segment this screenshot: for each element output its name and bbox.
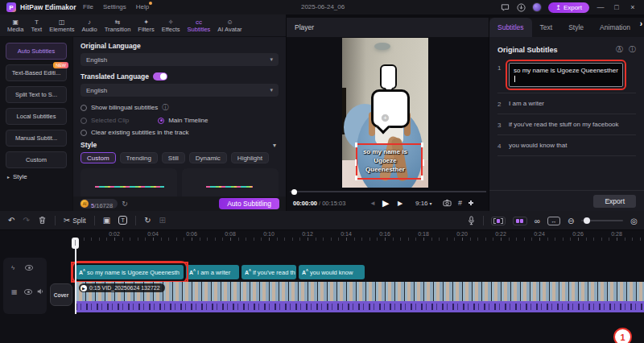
audio-waveform[interactable] — [76, 301, 644, 312]
subtitle-text-field[interactable]: so my name is Ugoeze Queenesther — [509, 63, 623, 87]
ribbon-tab[interactable]: ✦ Filters — [138, 19, 154, 33]
subtitle-row[interactable]: 2 I am a writer — [489, 96, 644, 111]
replace-icon[interactable]: ↻ — [144, 216, 151, 225]
translated-language-toggle[interactable] — [153, 72, 167, 81]
split-button[interactable]: ✂ Split — [64, 216, 86, 225]
sidebar-item[interactable]: Split Text to S... — [6, 86, 67, 103]
subtitle-text-field[interactable]: you would know that — [509, 141, 572, 150]
right-panel-tab[interactable]: Text — [532, 18, 561, 37]
timeline-zoom-slider[interactable] — [581, 220, 623, 221]
minimize-icon[interactable]: — — [596, 3, 605, 11]
export-subtitles-button[interactable]: Export — [593, 195, 636, 208]
tabs-overflow-chevron-icon[interactable]: › — [640, 19, 642, 28]
snap-icon[interactable] — [513, 217, 527, 225]
feedback-icon[interactable] — [500, 2, 510, 12]
video-track-icon[interactable]: ▦ — [11, 288, 18, 295]
video-clip[interactable]: ▶ 0:15 VID_20250624 132722 — [76, 282, 644, 301]
style-tab[interactable]: Trending — [120, 152, 158, 163]
refresh-icon[interactable]: ↻ — [122, 200, 128, 208]
bilingual-checkbox[interactable] — [80, 105, 87, 111]
auto-subtitling-button[interactable]: Auto Subtitling — [219, 198, 279, 209]
ribbon-tab[interactable]: ☺ AI Avatar — [217, 19, 242, 33]
subtitle-clip[interactable]: A you would know — [299, 265, 365, 279]
menu-item[interactable]: File — [83, 3, 93, 10]
voiceover-mic-icon[interactable] — [467, 216, 476, 225]
player-progress-bar[interactable] — [290, 191, 486, 192]
main-timeline-radio[interactable] — [158, 118, 164, 124]
progress-handle[interactable] — [291, 189, 297, 195]
menu-item[interactable]: Help — [136, 3, 149, 10]
ribbon-tab[interactable]: T Text — [31, 19, 42, 33]
style-tab[interactable]: Dynamic — [189, 152, 227, 163]
move-handle-icon[interactable]: + — [381, 114, 390, 122]
info-icon[interactable]: ⓘ — [162, 103, 168, 112]
sidebar-item[interactable]: Manual Subtit... — [6, 130, 67, 147]
grid-icon[interactable]: # — [458, 199, 462, 207]
ripple-edit-icon[interactable] — [491, 217, 506, 225]
player-controls: 00:00:00 / 00:15:03 ◄ ▶ ▶ 9:16▾ # — [287, 196, 489, 210]
link-clips-icon[interactable]: ∞ — [535, 217, 540, 225]
subtitle-text-field[interactable]: I am a writer — [509, 99, 549, 108]
video-preview[interactable]: + so my name is Ugoeze Queenesther — [342, 38, 428, 188]
timeline-ruler[interactable]: 0:02 0:04 0:06 0:08 0:10 0:12 0:14 0:16 … — [0, 230, 644, 242]
menu-item[interactable]: Settings — [103, 3, 126, 10]
subtitle-row[interactable]: 4 you would know that — [489, 138, 644, 153]
subtitle-text-field[interactable]: if you've read the stuff on my facebook — [509, 120, 624, 129]
right-panel-tab[interactable]: Style — [560, 18, 592, 37]
redo-icon[interactable]: ↷ — [23, 216, 29, 225]
clear-subtitles-checkbox[interactable] — [80, 130, 87, 136]
right-panel-tab[interactable]: Animation — [592, 18, 638, 37]
auto-translate-icon[interactable]: Ⓐ — [616, 44, 623, 55]
ribbon-tab[interactable]: cc Subtitles — [188, 19, 211, 33]
style-tab[interactable]: Custom — [80, 152, 116, 163]
zoom-fit-icon[interactable]: ◎ — [630, 217, 638, 225]
sidebar-item[interactable]: Text-Based Editi... NEW — [6, 64, 67, 81]
export-button[interactable]: ↥ Export — [548, 2, 589, 13]
close-icon[interactable]: × — [628, 3, 638, 11]
subtitle-clip[interactable]: A I am a writer — [186, 265, 239, 279]
subtitle-row[interactable]: 1 so my name is Ugoeze Queenesther — [489, 60, 644, 90]
video-track-visibility-icon[interactable] — [24, 289, 32, 295]
sidebar-item[interactable]: Auto Subtitles — [6, 43, 67, 60]
ruler-ticks — [76, 238, 644, 241]
previous-frame-icon[interactable]: ◄ — [369, 200, 376, 207]
ribbon-tab[interactable]: ✧ Effects — [162, 19, 180, 33]
download-icon[interactable] — [516, 2, 526, 12]
subtitle-row[interactable]: 3 if you've read the stuff on my faceboo… — [489, 117, 644, 132]
undo-icon[interactable]: ↶ — [8, 216, 14, 225]
original-language-select[interactable]: English ▾ — [80, 53, 279, 66]
selected-clip-radio[interactable] — [80, 118, 87, 124]
style-tab[interactable]: Highlight — [231, 152, 269, 163]
mask-icon[interactable]: ▣ — [103, 216, 110, 225]
ruler-timestamp: 0:06 — [186, 231, 197, 237]
style-tab[interactable]: Still — [162, 152, 185, 163]
right-panel-tab[interactable]: Subtitles — [489, 18, 532, 37]
snapshot-icon[interactable] — [443, 199, 452, 207]
zoom-slider-handle[interactable] — [584, 217, 590, 224]
ribbon-tab[interactable]: ♪ Audio — [81, 19, 97, 33]
subtitle-clip[interactable]: A if you've read th — [242, 265, 296, 279]
mute-track-icon[interactable] — [36, 287, 44, 295]
user-avatar[interactable] — [532, 2, 542, 12]
sidebar-item-style[interactable]: ▸ Style — [6, 173, 67, 180]
delete-icon[interactable] — [38, 216, 47, 225]
ruler-timestamp: 0:08 — [225, 231, 236, 237]
ribbon-tab[interactable]: ▣ Media — [7, 19, 23, 33]
maximize-icon[interactable]: □ — [612, 3, 621, 11]
next-frame-icon[interactable]: ▶ — [398, 200, 402, 207]
ribbon-tab[interactable]: ⇆ Transition — [105, 19, 131, 33]
zoom-out-icon[interactable]: ⊖ — [568, 217, 574, 225]
style-tabs-chevron-icon[interactable]: ▾ — [273, 142, 276, 149]
add-clip-icon[interactable]: ⊞ — [159, 216, 166, 225]
translated-language-select[interactable]: English ▾ — [80, 84, 279, 97]
play-icon[interactable]: ▶ — [382, 198, 389, 209]
sidebar-item[interactable]: Local Subtitles — [6, 108, 67, 125]
playhead-handle[interactable] — [72, 238, 79, 249]
aspect-ratio-select[interactable]: 9:16▾ — [415, 200, 432, 207]
cover-button[interactable]: Cover — [50, 283, 72, 306]
text-tool-icon[interactable]: T — [118, 216, 127, 225]
sidebar-item[interactable]: Custom — [6, 151, 67, 168]
expand-clips-icon[interactable]: ↔ — [547, 217, 560, 225]
info-icon[interactable]: ⓘ — [629, 44, 636, 55]
ribbon-tab[interactable]: ◫ Elements — [49, 19, 74, 33]
